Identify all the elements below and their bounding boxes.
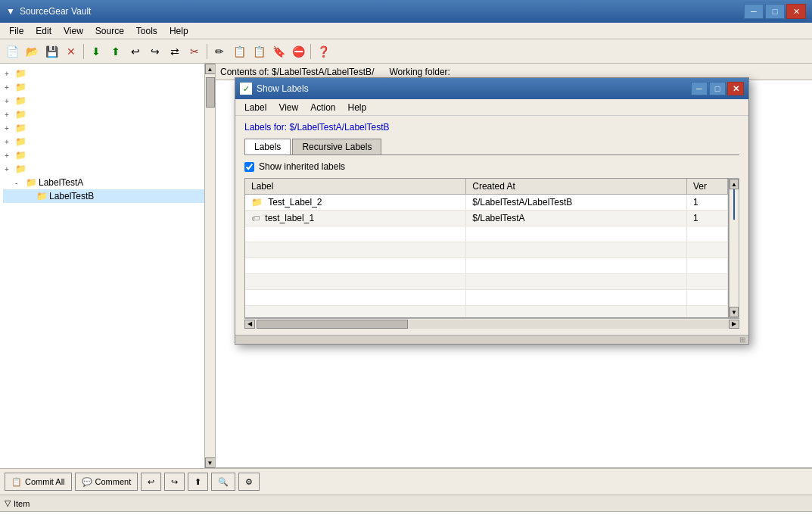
menu-help[interactable]: Help — [163, 24, 194, 38]
modal-vscrollbar[interactable]: ▲ ▼ — [729, 178, 739, 318]
commit-icon: 📋 — [11, 477, 22, 487]
tree-label-labeltesta: LabelTestA — [39, 177, 83, 188]
modal-table: Label Created At Ver 📁 Test_Label_2 — [245, 179, 728, 318]
modal-tab-labels[interactable]: Labels — [244, 139, 291, 154]
action-redo[interactable]: ↪ — [164, 473, 185, 491]
modal-close[interactable]: ✕ — [727, 82, 744, 95]
tb-help[interactable]: ❓ — [314, 42, 332, 61]
action-search[interactable]: 🔍 — [211, 473, 235, 491]
table-row[interactable]: 🏷 test_label_1 $/LabelTestA 1 — [245, 211, 728, 226]
modal-scroll-down[interactable]: ▼ — [730, 307, 739, 317]
tb-get[interactable]: ⬇ — [87, 42, 105, 61]
modal-h-rest — [408, 320, 729, 329]
menu-file[interactable]: File — [3, 24, 30, 38]
commit-all-button[interactable]: 📋 Commit All — [5, 473, 72, 491]
folder-icon: 📁 — [36, 191, 48, 201]
modal-menu-action[interactable]: Action — [304, 101, 341, 114]
modal-menu-help[interactable]: Help — [342, 101, 373, 114]
modal-h-thumb[interactable] — [257, 320, 408, 329]
tb-sep-2 — [207, 44, 207, 59]
table-row-empty — [245, 290, 728, 306]
modal-title-text: Show Labels — [257, 83, 309, 94]
tree-expand-icon: + — [5, 111, 15, 119]
modal-menu-label[interactable]: Label — [238, 101, 272, 114]
col-created-at: Created At — [466, 179, 687, 195]
tb-stop[interactable]: ⛔ — [289, 42, 307, 61]
table-row[interactable]: 📁 Test_Label_2 $/LabelTestA/LabelTestB 1 — [245, 195, 728, 211]
folder-icon: 📁 — [15, 136, 26, 147]
modal-scroll-thumb[interactable] — [733, 189, 735, 220]
menu-source[interactable]: Source — [89, 24, 130, 38]
title-bar-controls: ─ □ ✕ — [744, 4, 806, 19]
comment-button[interactable]: 💬 Comment — [75, 473, 138, 491]
tb-copy[interactable]: 📋 — [230, 42, 248, 61]
tree-item[interactable]: + 📁 — [3, 148, 212, 162]
tree-item[interactable]: + 📁 — [3, 80, 212, 94]
action-undo[interactable]: ↩ — [141, 473, 161, 491]
tree-item[interactable]: + 📁 — [3, 108, 212, 121]
row1-label: 📁 Test_Label_2 — [245, 195, 466, 211]
action-settings[interactable]: ⚙ — [238, 473, 260, 491]
tree-item[interactable]: + 📁 — [3, 94, 212, 108]
scroll-down-arrow[interactable]: ▼ — [205, 457, 216, 468]
tree-item[interactable]: + 📁 — [3, 135, 212, 148]
tb-label[interactable]: 🔖 — [269, 42, 288, 61]
tb-cancel[interactable]: ✕ — [62, 42, 80, 61]
tree-item[interactable]: + 📁 — [3, 162, 212, 176]
row1-folder-icon: 📁 — [251, 197, 263, 208]
modal-title-left: ✓ Show Labels — [240, 83, 309, 95]
show-inherited-checkbox[interactable] — [244, 162, 254, 172]
resize-handle[interactable]: ⊞ — [739, 336, 745, 344]
modal-menu-view[interactable]: View — [272, 101, 304, 114]
close-button[interactable]: ✕ — [786, 4, 806, 19]
row1-created: $/LabelTestA/LabelTestB — [466, 195, 687, 211]
folder-icon: 📁 — [15, 68, 26, 79]
tb-paste[interactable]: 📋 — [250, 42, 268, 61]
tb-save[interactable]: 💾 — [42, 42, 61, 61]
row2-created: $/LabelTestA — [466, 211, 687, 226]
tb-new[interactable]: 📄 — [3, 42, 21, 61]
row2-label-icon: 🏷 — [251, 214, 260, 223]
row2-label: 🏷 test_label_1 — [245, 211, 466, 226]
action-up[interactable]: ⬆ — [188, 473, 208, 491]
menu-view[interactable]: View — [58, 24, 89, 38]
modal-tab-recursive[interactable]: Recursive Labels — [292, 139, 381, 154]
tb-undo[interactable]: ↩ — [126, 42, 145, 61]
show-labels-modal: ✓ Show Labels ─ □ ✕ Label View Action He… — [235, 77, 749, 345]
tb-sep-3 — [310, 44, 311, 59]
modal-table-container: Label Created At Ver 📁 Test_Label_2 — [244, 178, 739, 318]
tree-item-labeltestb[interactable]: 📁 LabelTestB — [3, 189, 212, 203]
scroll-up-arrow[interactable]: ▲ — [205, 64, 216, 74]
tree-item[interactable]: + 📁 — [3, 121, 212, 135]
modal-tabs: Labels Recursive Labels — [244, 139, 739, 155]
tb-edit[interactable]: ✏ — [210, 42, 229, 61]
table-row-empty — [245, 274, 728, 290]
modal-scroll-up[interactable]: ▲ — [730, 179, 739, 189]
title-bar-left: ▼ SourceGear Vault — [6, 6, 91, 17]
folder-icon: 📁 — [15, 150, 26, 161]
tb-open[interactable]: 📂 — [23, 42, 41, 61]
menu-tools[interactable]: Tools — [130, 24, 163, 38]
tb-put[interactable]: ⬆ — [107, 42, 125, 61]
col-label: Label — [245, 179, 466, 195]
tree-expand-icon: - — [15, 179, 26, 187]
tree-item-labeltesta[interactable]: - 📁 LabelTestA — [3, 176, 212, 189]
tb-sep-1 — [83, 44, 84, 59]
maximize-button[interactable]: □ — [765, 4, 785, 19]
items-panel-header: ▽ Item — [0, 495, 812, 512]
modal-h-right[interactable]: ▶ — [729, 320, 739, 329]
title-bar: ▼ SourceGear Vault ─ □ ✕ — [0, 0, 812, 23]
folder-icon: 📁 — [15, 123, 26, 133]
minimize-button[interactable]: ─ — [744, 4, 764, 19]
menu-edit[interactable]: Edit — [30, 24, 58, 38]
tb-branch[interactable]: ✂ — [185, 42, 204, 61]
tb-sync[interactable]: ⇄ — [166, 42, 184, 61]
modal-h-left[interactable]: ◀ — [244, 320, 255, 329]
tree-vscrollbar[interactable]: ▲ ▼ — [204, 64, 215, 468]
modal-maximize[interactable]: □ — [709, 82, 726, 95]
scroll-thumb[interactable] — [206, 77, 215, 108]
tb-redo[interactable]: ↪ — [146, 42, 164, 61]
modal-minimize[interactable]: ─ — [691, 82, 708, 95]
tree-item[interactable]: + 📁 — [3, 67, 212, 80]
modal-hscrollbar[interactable]: ◀ ▶ — [244, 318, 739, 329]
